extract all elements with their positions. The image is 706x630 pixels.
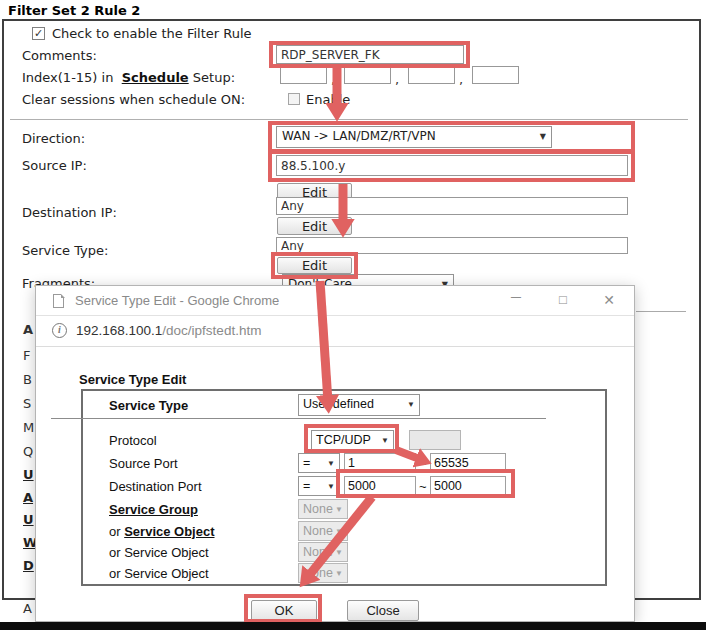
destination-port-label: Destination Port bbox=[109, 479, 202, 494]
background-row-letter: S bbox=[23, 396, 31, 411]
source-ip-input[interactable] bbox=[276, 155, 628, 176]
service-type-edit-window: Service Type Edit - Google Chrome ─ □ ✕ … bbox=[35, 285, 635, 622]
chevron-down-icon: ▼ bbox=[540, 132, 546, 141]
maximize-button[interactable]: □ bbox=[553, 292, 573, 307]
page-title: Filter Set 2 Rule 2 bbox=[8, 3, 140, 18]
service-object-select-2-value: None bbox=[303, 545, 333, 559]
direction-select[interactable]: WAN -> LAN/DMZ/RT/VPN▼ bbox=[276, 126, 552, 148]
protocol-label: Protocol bbox=[109, 433, 157, 448]
service-type-input[interactable] bbox=[276, 237, 628, 254]
chevron-down-icon: ▼ bbox=[335, 505, 343, 514]
table-divider bbox=[51, 418, 546, 419]
service-type-select-value: User defined bbox=[303, 397, 374, 411]
background-row-letter: B bbox=[23, 372, 32, 387]
chevron-down-icon: ▼ bbox=[327, 482, 335, 491]
destination-ip-edit-button[interactable]: Edit bbox=[277, 217, 352, 235]
service-object-row-1: or Service Object bbox=[109, 524, 215, 539]
chevron-down-icon: ▼ bbox=[327, 459, 335, 468]
popup-service-type-label: Service Type bbox=[109, 398, 188, 413]
chevron-down-icon: ▼ bbox=[335, 548, 343, 557]
chevron-down-icon: ▼ bbox=[335, 527, 343, 536]
service-object-row-2-label: or Service Object bbox=[109, 545, 209, 560]
source-port-from-input[interactable] bbox=[344, 453, 416, 473]
clear-sessions-label: Clear sessions when schedule ON: bbox=[22, 92, 245, 107]
popup-heading: Service Type Edit bbox=[79, 372, 186, 387]
service-group-select: None▼ bbox=[298, 499, 348, 519]
comma-separator: , bbox=[331, 72, 335, 87]
service-object-select-3-value: None bbox=[303, 566, 333, 580]
tilde-separator: ~ bbox=[419, 479, 427, 494]
comma-separator: , bbox=[459, 72, 463, 87]
ok-button[interactable]: OK bbox=[251, 600, 317, 621]
window-titlebar[interactable]: Service Type Edit - Google Chrome ─ □ ✕ bbox=[36, 286, 634, 316]
close-button[interactable]: Close bbox=[347, 600, 419, 621]
chevron-down-icon: ▼ bbox=[407, 400, 415, 409]
direction-label: Direction: bbox=[22, 131, 85, 146]
direction-select-value: WAN -> LAN/DMZ/RT/VPN bbox=[282, 129, 436, 143]
url-bar[interactable]: i 192.168.100.1/doc/ipfstedt.htm bbox=[36, 317, 634, 347]
enable-filter-rule-checkbox[interactable]: ✓ bbox=[32, 27, 45, 40]
clear-sessions-enable-label: Enable bbox=[306, 92, 350, 107]
service-type-select[interactable]: User defined▼ bbox=[298, 394, 420, 416]
protocol-extra-input bbox=[409, 430, 461, 450]
service-object-row-3-label: or Service Object bbox=[109, 566, 209, 581]
background-row-letter: Q bbox=[23, 444, 33, 459]
destination-port-to-input[interactable] bbox=[430, 476, 506, 496]
destination-port-operator-select[interactable]: =▼ bbox=[298, 476, 340, 496]
url-text: 192.168.100.1/doc/ipfstedt.htm bbox=[76, 323, 261, 338]
service-object-link[interactable]: Service Object bbox=[124, 524, 214, 539]
comments-input[interactable] bbox=[276, 45, 464, 64]
index-schedule-label: Index(1-15) in Schedule Setup: bbox=[22, 70, 235, 85]
background-row-letter: U bbox=[23, 512, 34, 527]
background-row-letter: A bbox=[23, 601, 32, 616]
source-port-operator-select[interactable]: =▼ bbox=[298, 453, 340, 473]
schedule-index-input-2[interactable] bbox=[344, 66, 391, 84]
section-divider bbox=[10, 119, 688, 120]
schedule-link[interactable]: Schedule bbox=[122, 70, 189, 85]
window-title: Service Type Edit - Google Chrome bbox=[75, 293, 279, 308]
destination-port-operator-value: = bbox=[303, 479, 310, 493]
check-icon: ✓ bbox=[34, 27, 43, 40]
service-group-select-value: None bbox=[303, 502, 333, 516]
chevron-down-icon: ▼ bbox=[335, 569, 343, 578]
index-label-suffix: Setup: bbox=[193, 70, 235, 85]
enable-filter-rule-label: Check to enable the Filter Rule bbox=[52, 26, 252, 41]
schedule-index-input-1[interactable] bbox=[280, 66, 327, 84]
background-row-letter: A bbox=[23, 490, 33, 505]
info-icon[interactable]: i bbox=[52, 323, 67, 338]
clear-sessions-checkbox[interactable] bbox=[288, 93, 300, 105]
source-port-label: Source Port bbox=[109, 456, 178, 471]
close-window-button[interactable]: ✕ bbox=[599, 292, 619, 308]
url-host: 192.168.100.1 bbox=[76, 323, 162, 338]
url-path: /doc/ipfstedt.htm bbox=[162, 323, 261, 338]
document-icon bbox=[53, 294, 64, 308]
schedule-index-input-4[interactable] bbox=[472, 66, 519, 84]
protocol-select[interactable]: TCP/UDP▼ bbox=[311, 430, 394, 450]
background-divider-sliver bbox=[636, 311, 686, 312]
source-ip-label: Source IP: bbox=[22, 158, 87, 173]
tilde-separator: ~ bbox=[419, 456, 427, 471]
comma-separator: , bbox=[395, 72, 399, 87]
protocol-select-value: TCP/UDP bbox=[316, 433, 371, 447]
service-object-select-2: None▼ bbox=[298, 542, 348, 562]
background-row-letter: U bbox=[23, 467, 34, 482]
bottom-window-edge bbox=[0, 622, 706, 630]
service-type-label: Service Type: bbox=[22, 243, 108, 258]
comments-label: Comments: bbox=[22, 48, 97, 63]
source-port-to-input[interactable] bbox=[430, 453, 506, 473]
destination-ip-input[interactable] bbox=[276, 197, 628, 215]
service-object-select-3: None▼ bbox=[298, 563, 348, 583]
service-type-edit-button[interactable]: Edit bbox=[277, 257, 352, 274]
schedule-index-input-3[interactable] bbox=[408, 66, 455, 84]
chevron-down-icon: ▼ bbox=[381, 436, 389, 445]
background-row-letter: A bbox=[23, 322, 33, 337]
destination-ip-label: Destination IP: bbox=[22, 205, 117, 220]
service-object-select-1: None▼ bbox=[298, 521, 348, 541]
or-prefix: or bbox=[109, 524, 121, 539]
service-group-link[interactable]: Service Group bbox=[109, 502, 198, 517]
service-object-select-1-value: None bbox=[303, 524, 333, 538]
background-row-letter: D bbox=[23, 558, 34, 573]
destination-port-from-input[interactable] bbox=[344, 476, 416, 496]
minimize-button[interactable]: ─ bbox=[506, 289, 526, 305]
source-port-operator-value: = bbox=[303, 456, 310, 470]
